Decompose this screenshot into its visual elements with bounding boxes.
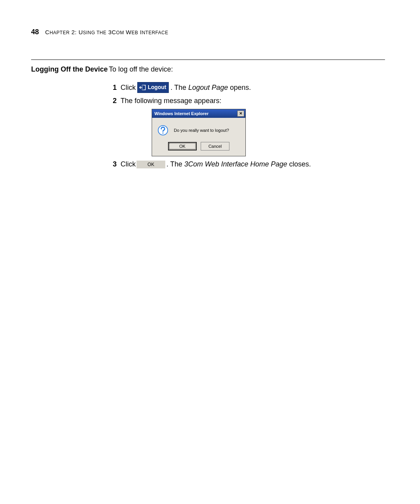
ok-button[interactable]: OK — [136, 161, 166, 168]
svg-rect-1 — [142, 85, 144, 90]
step-text-post: . The Logout Page opens. — [170, 83, 251, 93]
dialog-body: Do you really want to logout? — [152, 118, 245, 140]
step-1: 1 Click Logout . The Logout Page opens. — [109, 82, 385, 93]
dialog-cancel-button[interactable]: Cancel — [201, 142, 229, 150]
logout-button-label: Logout — [148, 84, 166, 91]
intro-text: To log off the device: — [109, 65, 385, 74]
dialog-button-row: OK Cancel — [152, 140, 245, 156]
page-header: 48 CHAPTER 2: USING THE 3COM WEB INTERFA… — [31, 28, 385, 36]
confirm-dialog: Windows Internet Explorer ✕ — [152, 109, 246, 156]
step-number: 3 — [109, 159, 117, 169]
step-text-post: . The 3Com Web Interface Home Page close… — [166, 159, 311, 169]
svg-point-3 — [162, 133, 163, 134]
dialog-message: Do you really want to logout? — [174, 128, 229, 133]
dialog-illustration: Windows Internet Explorer ✕ — [152, 109, 385, 156]
dialog-title: Windows Internet Explorer — [154, 111, 208, 117]
question-icon — [158, 125, 168, 136]
step-2: 2 The following message appears: Windows… — [109, 96, 385, 156]
page-number: 48 — [31, 28, 39, 36]
steps-list: 1 Click Logout . The Logout Page opens. — [109, 82, 385, 169]
step-text-pre: Click — [121, 83, 136, 93]
logout-icon — [139, 84, 146, 91]
section-heading: Logging Off the Device — [31, 65, 109, 74]
dialog-close-button[interactable]: ✕ — [237, 110, 244, 117]
logout-button[interactable]: Logout — [137, 82, 169, 93]
step-text-pre: Click — [121, 159, 136, 169]
section-divider — [31, 60, 385, 60]
step-number: 1 — [109, 83, 117, 93]
ok-button-label: OK — [147, 161, 154, 168]
dialog-titlebar: Windows Internet Explorer ✕ — [152, 109, 245, 118]
step-text: The following message appears: — [121, 96, 221, 106]
step-number: 2 — [109, 96, 117, 106]
dialog-ok-button[interactable]: OK — [168, 142, 197, 150]
step-3: 3 Click OK . The 3Com Web Interface Home… — [109, 159, 385, 169]
chapter-title: CHAPTER 2: USING THE 3COM WEB INTERFACE — [45, 29, 168, 35]
close-icon: ✕ — [239, 112, 242, 116]
section-body: To log off the device: 1 Click Logout — [109, 65, 385, 173]
